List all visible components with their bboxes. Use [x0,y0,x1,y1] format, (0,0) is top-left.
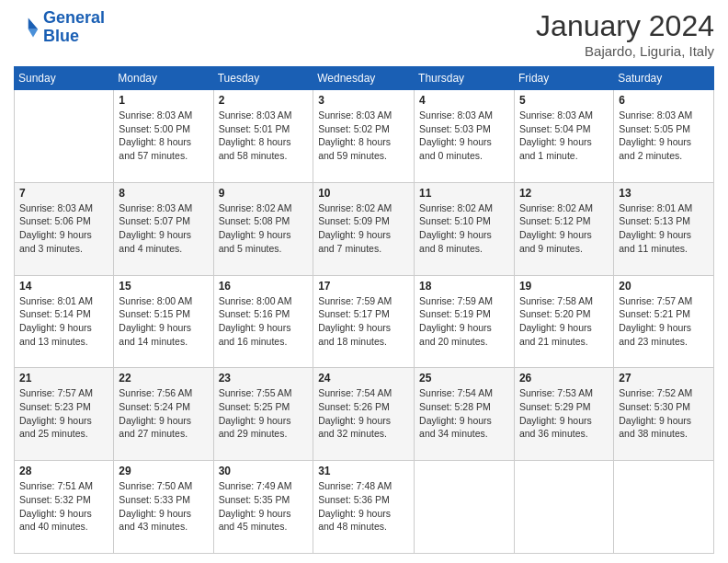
logo-blue: Blue [43,27,79,45]
calendar-cell: 28Sunrise: 7:51 AM Sunset: 5:32 PM Dayli… [15,461,114,554]
day-number: 27 [619,372,709,385]
day-info: Sunrise: 8:01 AM Sunset: 5:13 PM Dayligh… [619,201,709,256]
day-number: 17 [318,280,409,293]
day-info: Sunrise: 7:59 AM Sunset: 5:17 PM Dayligh… [318,294,409,349]
day-number: 22 [119,372,208,385]
calendar-cell: 27Sunrise: 7:52 AM Sunset: 5:30 PM Dayli… [614,368,714,461]
calendar-week-row: 14Sunrise: 8:01 AM Sunset: 5:14 PM Dayli… [15,275,714,368]
calendar-header-sunday: Sunday [15,67,114,90]
calendar-cell [15,90,114,183]
day-info: Sunrise: 7:52 AM Sunset: 5:30 PM Dayligh… [619,386,709,441]
day-number: 6 [619,94,709,107]
calendar-week-row: 21Sunrise: 7:57 AM Sunset: 5:23 PM Dayli… [15,368,714,461]
calendar-cell: 17Sunrise: 7:59 AM Sunset: 5:17 PM Dayli… [313,275,415,368]
day-info: Sunrise: 8:03 AM Sunset: 5:03 PM Dayligh… [419,109,509,163]
calendar-cell: 20Sunrise: 7:57 AM Sunset: 5:21 PM Dayli… [614,275,714,368]
calendar-cell: 23Sunrise: 7:55 AM Sunset: 5:25 PM Dayli… [213,368,313,461]
day-number: 13 [619,187,709,200]
day-info: Sunrise: 7:59 AM Sunset: 5:19 PM Dayligh… [419,294,509,349]
calendar-cell: 26Sunrise: 7:53 AM Sunset: 5:29 PM Dayli… [514,368,613,461]
day-info: Sunrise: 7:54 AM Sunset: 5:26 PM Dayligh… [318,386,409,441]
calendar-week-row: 1Sunrise: 8:03 AM Sunset: 5:00 PM Daylig… [15,90,714,183]
day-info: Sunrise: 8:03 AM Sunset: 5:05 PM Dayligh… [619,109,709,163]
logo-text: General Blue [43,9,105,46]
day-info: Sunrise: 8:03 AM Sunset: 5:01 PM Dayligh… [219,109,309,163]
calendar-cell: 29Sunrise: 7:50 AM Sunset: 5:33 PM Dayli… [114,461,213,554]
day-info: Sunrise: 7:55 AM Sunset: 5:25 PM Dayligh… [219,386,309,441]
day-info: Sunrise: 7:50 AM Sunset: 5:33 PM Dayligh… [119,479,208,534]
day-info: Sunrise: 8:03 AM Sunset: 5:06 PM Dayligh… [19,201,108,256]
day-number: 2 [219,94,309,107]
svg-marker-0 [28,17,39,29]
calendar-cell: 15Sunrise: 8:00 AM Sunset: 5:15 PM Dayli… [114,275,213,368]
day-number: 8 [119,187,208,200]
day-number: 5 [519,94,609,107]
page: General Blue January 2024 Bajardo, Ligur… [0,0,728,563]
day-info: Sunrise: 7:49 AM Sunset: 5:35 PM Dayligh… [219,479,309,534]
calendar-cell [415,461,515,554]
day-info: Sunrise: 8:02 AM Sunset: 5:09 PM Dayligh… [318,201,409,256]
calendar-cell: 19Sunrise: 7:58 AM Sunset: 5:20 PM Dayli… [514,275,613,368]
calendar-cell: 18Sunrise: 7:59 AM Sunset: 5:19 PM Dayli… [415,275,515,368]
day-info: Sunrise: 8:03 AM Sunset: 5:07 PM Dayligh… [119,201,208,256]
calendar-cell: 1Sunrise: 8:03 AM Sunset: 5:00 PM Daylig… [114,90,213,183]
calendar-cell: 21Sunrise: 7:57 AM Sunset: 5:23 PM Dayli… [15,368,114,461]
calendar-cell: 11Sunrise: 8:02 AM Sunset: 5:10 PM Dayli… [415,182,515,275]
day-info: Sunrise: 7:53 AM Sunset: 5:29 PM Dayligh… [519,386,609,441]
calendar-cell [514,461,613,554]
day-number: 25 [419,372,509,385]
day-number: 23 [219,372,309,385]
calendar-table: SundayMondayTuesdayWednesdayThursdayFrid… [14,66,714,554]
calendar-cell: 10Sunrise: 8:02 AM Sunset: 5:09 PM Dayli… [313,182,415,275]
calendar-cell: 4Sunrise: 8:03 AM Sunset: 5:03 PM Daylig… [415,90,515,183]
logo-icon [14,15,40,40]
logo: General Blue [14,9,105,46]
month-title: January 2024 [536,9,714,43]
calendar-cell: 9Sunrise: 8:02 AM Sunset: 5:08 PM Daylig… [213,182,313,275]
day-number: 4 [419,94,509,107]
day-info: Sunrise: 8:00 AM Sunset: 5:16 PM Dayligh… [219,294,309,349]
calendar-header-saturday: Saturday [614,67,714,90]
day-number: 19 [519,280,609,293]
day-info: Sunrise: 8:00 AM Sunset: 5:15 PM Dayligh… [119,294,208,349]
calendar-week-row: 28Sunrise: 7:51 AM Sunset: 5:32 PM Dayli… [15,461,714,554]
day-info: Sunrise: 8:02 AM Sunset: 5:12 PM Dayligh… [519,201,609,256]
calendar-header-monday: Monday [114,67,213,90]
day-info: Sunrise: 7:57 AM Sunset: 5:23 PM Dayligh… [19,386,108,441]
calendar-cell [614,461,714,554]
calendar-cell: 8Sunrise: 8:03 AM Sunset: 5:07 PM Daylig… [114,182,213,275]
day-info: Sunrise: 8:02 AM Sunset: 5:10 PM Dayligh… [419,201,509,256]
calendar-cell: 31Sunrise: 7:48 AM Sunset: 5:36 PM Dayli… [313,461,415,554]
calendar-cell: 2Sunrise: 8:03 AM Sunset: 5:01 PM Daylig… [213,90,313,183]
day-number: 20 [619,280,709,293]
day-number: 16 [219,280,309,293]
day-number: 18 [419,280,509,293]
day-info: Sunrise: 7:48 AM Sunset: 5:36 PM Dayligh… [318,479,409,534]
day-number: 14 [19,280,108,293]
calendar-header-row: SundayMondayTuesdayWednesdayThursdayFrid… [15,67,714,90]
title-block: January 2024 Bajardo, Liguria, Italy [536,9,714,59]
day-info: Sunrise: 7:54 AM Sunset: 5:28 PM Dayligh… [419,386,509,441]
day-info: Sunrise: 7:57 AM Sunset: 5:21 PM Dayligh… [619,294,709,349]
day-number: 26 [519,372,609,385]
calendar-cell: 7Sunrise: 8:03 AM Sunset: 5:06 PM Daylig… [15,182,114,275]
calendar-cell: 3Sunrise: 8:03 AM Sunset: 5:02 PM Daylig… [313,90,415,183]
svg-marker-1 [28,29,39,38]
day-info: Sunrise: 8:03 AM Sunset: 5:00 PM Dayligh… [119,109,208,163]
calendar-week-row: 7Sunrise: 8:03 AM Sunset: 5:06 PM Daylig… [15,182,714,275]
calendar-header-wednesday: Wednesday [313,67,415,90]
day-info: Sunrise: 8:03 AM Sunset: 5:02 PM Dayligh… [318,109,409,163]
day-number: 21 [19,372,108,385]
header: General Blue January 2024 Bajardo, Ligur… [14,9,714,59]
day-number: 3 [318,94,409,107]
day-number: 31 [318,465,409,477]
day-number: 10 [318,187,409,200]
day-number: 9 [219,187,309,200]
day-number: 1 [119,94,208,107]
calendar-header-friday: Friday [514,67,613,90]
day-number: 11 [419,187,509,200]
calendar-cell: 12Sunrise: 8:02 AM Sunset: 5:12 PM Dayli… [514,182,613,275]
day-number: 30 [219,465,309,477]
day-number: 7 [19,187,108,200]
day-info: Sunrise: 8:03 AM Sunset: 5:04 PM Dayligh… [519,109,609,163]
